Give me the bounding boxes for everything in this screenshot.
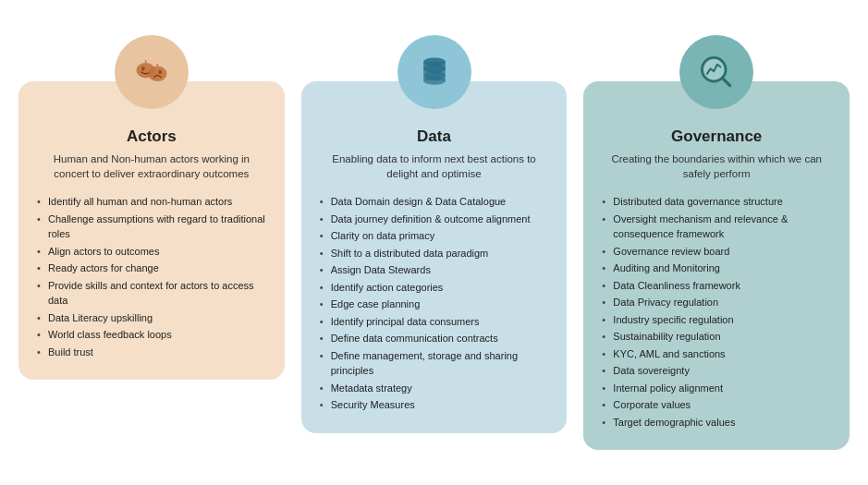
- list-item: Data sovereignty: [602, 363, 831, 379]
- list-item: Governance review board: [602, 244, 831, 260]
- data-list: Data Domain design & Data CatalogueData …: [320, 194, 549, 413]
- list-item: Target demographic values: [602, 415, 831, 430]
- svg-point-12: [423, 76, 446, 84]
- list-item: Distributed data governance structure: [602, 194, 831, 210]
- list-item: Data journey definition & outcome alignm…: [320, 212, 549, 227]
- governance-icon-circle: [679, 35, 753, 109]
- list-item: Sustainability regulation: [602, 329, 831, 345]
- main-container: ActorsHuman and Non-human actors working…: [18, 35, 850, 450]
- list-item: Define data communication contracts: [320, 331, 549, 346]
- svg-point-3: [158, 70, 162, 75]
- list-item: Data Privacy regulation: [602, 295, 831, 310]
- actors-icon-circle: [115, 35, 189, 109]
- list-item: Identify principal data consumers: [320, 314, 549, 330]
- actors-list: Identify all human and non-human actorsC…: [37, 194, 266, 359]
- list-item: Corporate values: [602, 397, 831, 413]
- list-item: Internal policy alignment: [602, 381, 831, 396]
- governance-list: Distributed data governance structureOve…: [602, 194, 831, 430]
- list-item: Identify all human and non-human actors: [37, 194, 266, 210]
- list-item: Data Cleanliness framework: [602, 278, 831, 294]
- column-actors: ActorsHuman and Non-human actors working…: [18, 35, 285, 380]
- list-item: Metadata strategy: [320, 381, 549, 396]
- list-item: Oversight mechanism and relevance & cons…: [602, 212, 831, 242]
- list-item: Security Measures: [320, 397, 549, 413]
- list-item: KYC, AML and sanctions: [602, 346, 831, 362]
- list-item: Provide skills and context for actors to…: [37, 278, 266, 309]
- list-item: Build trust: [37, 345, 266, 360]
- list-item: Clarity on data primacy: [320, 228, 549, 244]
- list-item: Data Domain design & Data Catalogue: [320, 194, 549, 210]
- actors-title: Actors: [37, 127, 266, 146]
- list-item: Define management, storage and sharing p…: [320, 348, 549, 379]
- data-card: DataEnabling data to inform next best ac…: [301, 81, 568, 433]
- list-item: Align actors to outcomes: [37, 244, 266, 260]
- list-item: Auditing and Monitoring: [602, 261, 831, 276]
- list-item: Assign Data Stewards: [320, 262, 549, 278]
- list-item: Industry specific regulation: [602, 312, 831, 328]
- list-item: Identify action categories: [320, 280, 549, 296]
- svg-point-1: [141, 67, 145, 71]
- list-item: Edge case planning: [320, 297, 549, 312]
- data-title: Data: [320, 127, 549, 146]
- actors-subtitle: Human and Non-human actors working in co…: [37, 152, 266, 181]
- list-item: Shift to a distributed data paradigm: [320, 246, 549, 261]
- actors-card: ActorsHuman and Non-human actors working…: [18, 81, 285, 380]
- list-item: World class feedback loops: [37, 327, 266, 343]
- data-subtitle: Enabling data to inform next best action…: [320, 152, 549, 181]
- list-item: Data Literacy upskilling: [37, 310, 266, 326]
- data-icon-circle: [397, 35, 471, 109]
- list-item: Challenge assumptions with regard to tra…: [37, 212, 266, 242]
- column-data: DataEnabling data to inform next best ac…: [301, 35, 568, 433]
- svg-line-15: [723, 78, 730, 85]
- governance-subtitle: Creating the boundaries within which we …: [602, 152, 831, 181]
- governance-card: GovernanceCreating the boundaries within…: [583, 81, 850, 450]
- svg-point-2: [148, 66, 166, 80]
- governance-title: Governance: [602, 127, 831, 146]
- list-item: Ready actors for change: [37, 261, 266, 276]
- column-governance: GovernanceCreating the boundaries within…: [583, 35, 850, 450]
